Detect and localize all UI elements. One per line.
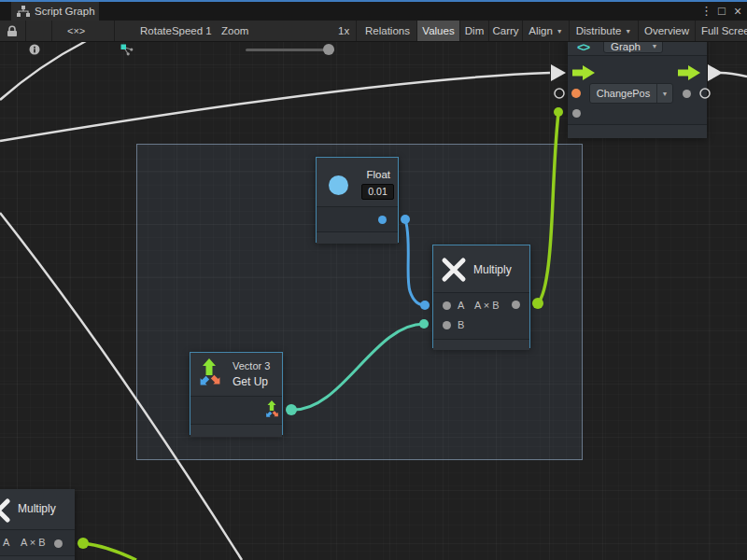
zoom-value: 1x [338,21,349,41]
node-type-label: Vector 3 [233,360,270,371]
script-graph-window: <> Graph ▼ ChangePos ▼ Float 0.01 [0,0,747,560]
lock-icon[interactable] [7,25,18,37]
graph-dropdown-label: Graph [604,41,647,52]
close-icon[interactable]: × [731,2,744,21]
toolbar-divider [51,21,52,41]
node-footer [568,124,707,138]
graph-tab-icon [17,6,30,17]
flow-output-arrow-icon[interactable] [678,65,700,80]
full-screen-button[interactable]: Full Screen [696,21,747,41]
chevron-down-icon: ▼ [647,43,662,49]
code-brackets-icon: <> [577,40,589,54]
relations-button[interactable]: Relations [359,21,416,41]
node-header: Multiply [433,245,529,293]
node-title: Get Up [233,375,268,388]
button-label: Distribute [576,25,622,36]
output-label: A × B [21,537,46,548]
tab-bar: Script Graph ⋮ □ × [0,2,747,21]
button-label: Align [529,25,553,36]
node-footer [190,424,282,437]
node-title: Float [366,169,390,180]
breadcrumb[interactable]: RotateSpeed 1 [140,21,212,41]
tab-script-graph[interactable]: Script Graph [11,2,99,21]
value-input-port-2[interactable] [572,109,581,118]
changepos-dropdown[interactable]: ChangePos ▼ [589,83,673,104]
input-a-label: A [3,537,9,548]
chevron-down-icon: ▼ [657,91,672,97]
button-label: Relations [365,25,410,36]
node-footer [0,555,75,560]
vector3-arrows-icon [194,357,226,392]
carry-button[interactable]: Carry [489,21,522,41]
node-header: Float 0.01 [317,158,398,207]
button-label: Overview [644,25,689,36]
overview-button[interactable]: Overview [639,21,695,41]
button-label: Full Screen [701,25,747,36]
node-footer [433,339,529,350]
dim-button[interactable]: Dim [460,21,488,41]
node-title: Multiply [18,502,56,515]
output-port[interactable] [54,539,63,548]
input-a-port[interactable] [443,301,451,310]
maximize-icon[interactable]: □ [715,2,728,21]
input-b-label: B [458,319,464,330]
code-view-toggle[interactable]: <×> [67,21,85,41]
toolbar: <×> RotateSpeed 1 Zoom 1x Relations Valu… [0,21,747,42]
node-float[interactable]: Float 0.01 [316,157,399,243]
multiply-x-icon [0,497,11,524]
float-circle-icon [329,175,348,195]
float-value-field[interactable]: 0.01 [361,184,394,200]
node-vector3-get-up[interactable]: Vector 3 Get Up [190,352,283,435]
zoom-slider-handle[interactable] [323,44,334,55]
input-b-port[interactable] [443,321,451,329]
changepos-dropdown-label: ChangePos [590,88,656,99]
info-icon[interactable] [29,44,40,55]
align-button[interactable]: Align▼ [523,21,569,41]
node-graph-group[interactable]: <> Graph ▼ ChangePos ▼ [568,39,707,137]
toolbar-divider [114,21,115,41]
output-port[interactable] [512,301,520,309]
input-a-label: A [458,300,464,311]
toolbar-divider [356,21,357,41]
output-label: A × B [474,300,500,311]
float-output-port[interactable] [378,216,387,224]
node-header: Multiply [0,489,75,530]
chevron-down-icon: ▼ [557,28,563,35]
button-label: Carry [492,25,518,36]
distribute-button[interactable]: Distribute▼ [570,21,638,41]
flow-input-arrow-icon[interactable] [572,65,595,80]
button-label: Dim [465,25,484,36]
node-multiply[interactable]: Multiply A A × B B [432,245,530,348]
zoom-slider-track[interactable] [246,49,334,51]
vector3-output-port-icon[interactable] [260,399,280,421]
tab-title: Script Graph [35,6,95,17]
value-output-port[interactable] [683,90,691,98]
values-button[interactable]: Values [417,21,459,41]
node-header: Vector 3 Get Up [190,353,282,397]
node-multiply-partial[interactable]: Multiply A A × B [0,489,75,560]
node-title: Multiply [473,263,512,276]
node-footer [317,231,398,244]
value-input-port[interactable] [571,89,581,98]
window-focus-accent [0,0,747,2]
chevron-down-icon: ▼ [625,28,631,35]
toolbar-divider [25,21,26,41]
zoom-label: Zoom [221,21,248,41]
menu-kebab-icon[interactable]: ⋮ [700,2,712,21]
button-label: Values [422,25,454,36]
script-graph-breadcrumb-icon [120,44,134,56]
multiply-x-icon [441,257,467,283]
